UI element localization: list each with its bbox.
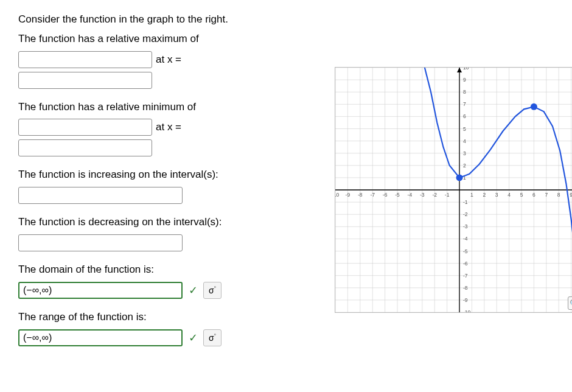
svg-text:-8: -8 [358, 192, 363, 198]
svg-text:-7: -7 [370, 192, 375, 198]
svg-text:-1: -1 [445, 192, 450, 198]
svg-text:1: 1 [470, 192, 473, 198]
svg-text:-6: -6 [463, 261, 468, 267]
domain-label: The domain of the function is: [18, 262, 323, 277]
svg-text:-4: -4 [463, 236, 468, 242]
question-panel: Consider the function in the graph to th… [18, 12, 323, 357]
formula-tool-button[interactable]: σ° [203, 329, 221, 346]
svg-text:-3: -3 [420, 192, 425, 198]
formula-tool-button[interactable]: σ° [203, 282, 221, 299]
sigma-icon: σ° [209, 333, 216, 343]
magnify-button[interactable]: 🔍 [568, 296, 572, 310]
check-icon: ✓ [189, 284, 198, 297]
range-section: The range of the function is: ✓ σ° [18, 310, 323, 346]
svg-text:3: 3 [495, 192, 498, 198]
check-icon: ✓ [189, 331, 198, 345]
svg-point-87 [531, 103, 537, 110]
relmax-label: The function has a relative maximum of [18, 32, 323, 46]
relmin-label: The function has a relative minimum of [18, 100, 323, 114]
svg-text:5: 5 [463, 126, 466, 132]
graph-panel: -10-9-8-7-6-5-4-3-2-112345678910-10-9-8-… [335, 12, 572, 357]
svg-text:6: 6 [463, 113, 466, 119]
svg-text:5: 5 [520, 192, 523, 198]
svg-text:4: 4 [507, 192, 511, 198]
svg-text:-9: -9 [346, 192, 351, 198]
intro-text: Consider the function in the graph to th… [18, 12, 323, 27]
svg-point-86 [456, 174, 463, 181]
svg-text:-6: -6 [383, 192, 388, 198]
function-graph: -10-9-8-7-6-5-4-3-2-112345678910-10-9-8-… [335, 68, 572, 312]
svg-text:-1: -1 [463, 199, 468, 205]
decreasing-section: The function is decreasing on the interv… [18, 215, 323, 251]
decreasing-label: The function is decreasing on the interv… [18, 215, 323, 229]
relmin-section: The function has a relative minimum of a… [18, 100, 323, 157]
svg-text:3: 3 [463, 150, 466, 156]
domain-input[interactable] [18, 282, 183, 299]
relmin-at-text: at x = [156, 121, 181, 133]
increasing-input[interactable] [18, 187, 183, 204]
svg-text:-9: -9 [463, 297, 468, 303]
graph-container: -10-9-8-7-6-5-4-3-2-112345678910-10-9-8-… [335, 67, 572, 313]
svg-text:8: 8 [463, 89, 466, 95]
svg-text:-2: -2 [432, 192, 437, 198]
relmax-value-input[interactable] [18, 51, 152, 68]
relmin-xvalue-input[interactable] [18, 139, 152, 156]
svg-text:-5: -5 [395, 192, 400, 198]
sigma-icon: σ° [209, 285, 216, 295]
svg-text:8: 8 [557, 192, 560, 198]
svg-text:9: 9 [570, 192, 572, 198]
relmax-at-text: at x = [156, 54, 181, 66]
magnify-icon: 🔍 [570, 299, 572, 308]
svg-text:10: 10 [463, 68, 469, 71]
increasing-label: The function is increasing on the interv… [18, 167, 323, 182]
svg-text:-8: -8 [463, 285, 468, 291]
svg-text:7: 7 [463, 101, 466, 107]
svg-text:-10: -10 [463, 309, 471, 312]
relmax-xvalue-input[interactable] [18, 72, 152, 89]
svg-text:-5: -5 [463, 248, 468, 254]
svg-text:6: 6 [532, 192, 535, 198]
increasing-section: The function is increasing on the interv… [18, 167, 323, 204]
svg-text:2: 2 [483, 192, 486, 198]
domain-section: The domain of the function is: ✓ σ° [18, 262, 323, 299]
svg-text:-4: -4 [408, 192, 413, 198]
range-input[interactable] [18, 329, 183, 346]
svg-text:-10: -10 [335, 192, 339, 198]
svg-text:-7: -7 [463, 273, 468, 279]
svg-text:-3: -3 [463, 223, 468, 229]
relmax-section: The function has a relative maximum of a… [18, 32, 323, 89]
svg-text:2: 2 [463, 163, 466, 169]
decreasing-input[interactable] [18, 234, 183, 251]
svg-text:7: 7 [545, 192, 548, 198]
svg-marker-45 [457, 68, 462, 72]
svg-text:4: 4 [463, 138, 466, 144]
svg-text:-2: -2 [463, 211, 468, 217]
relmin-value-input[interactable] [18, 119, 152, 136]
svg-text:9: 9 [463, 77, 466, 83]
range-label: The range of the function is: [18, 310, 323, 324]
